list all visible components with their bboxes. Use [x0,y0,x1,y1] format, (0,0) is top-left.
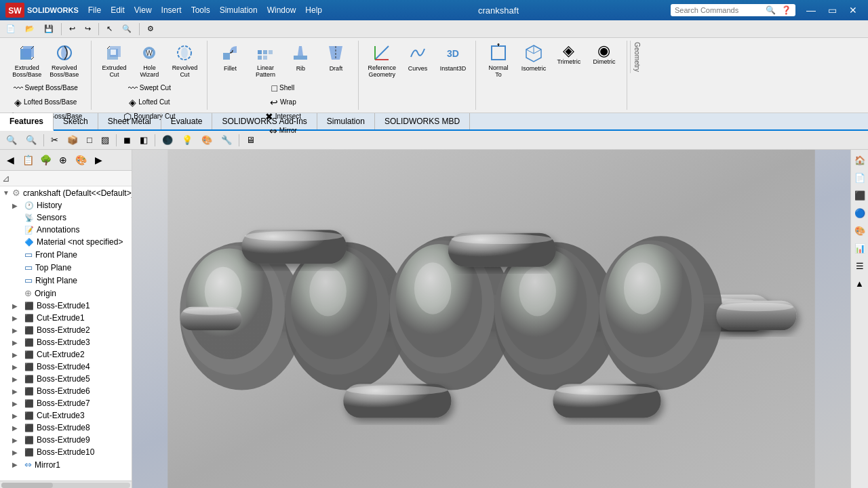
right-btn-chart[interactable]: 📊 [852,241,867,256]
panel-add-button[interactable]: ⊕ [55,152,71,168]
tree-expander-boss-extrude3[interactable]: ▶ [12,339,22,346]
menu-help[interactable]: Help [301,4,326,16]
tree-item-boss-extrude8[interactable]: ▶⬛Boss-Extrude8 [0,422,132,434]
tree-expander-cut-extrude2[interactable]: ▶ [12,351,22,359]
right-btn-home[interactable]: 🏠 [852,152,867,167]
tree-item-front-plane[interactable]: ▭Front Plane [0,248,132,261]
tree-expander-boss-extrude5[interactable]: ▶ [12,375,22,383]
toolbar-select[interactable]: ↖ [103,22,116,37]
rib-button[interactable]: Rib [283,41,317,75]
menu-insert[interactable]: Insert [157,4,186,16]
dimetric-button[interactable]: ◉ Dimetric [587,41,621,68]
vt-display[interactable]: 📦 [64,133,81,148]
tree-item-boss-extrude1[interactable]: ▶⬛Boss-Extrude1 [0,300,132,312]
tree-item-cut-extrude1[interactable]: ▶⬛Cut-Extrude1 [0,312,132,324]
tree-expander-boss-extrude8[interactable]: ▶ [12,424,22,432]
vt-shaded-edges[interactable]: ◧ [136,133,151,148]
tab-sketch[interactable]: Sketch [54,113,98,129]
toolbar-options[interactable]: ⚙ [144,22,157,37]
menu-window[interactable]: Window [263,4,300,16]
tree-expander-boss-extrude10[interactable]: ▶ [12,449,22,456]
vt-display-type[interactable]: 🖥 [243,133,258,148]
shell-button[interactable]: □ Shell [262,81,304,95]
vt-ambient[interactable]: 💡 [178,133,196,148]
tree-expander-mirror1[interactable]: ▶ [12,461,22,468]
help-icon[interactable]: ❓ [781,5,791,15]
tree-item-boss-extrude3[interactable]: ▶⬛Boss-Extrude3 [0,336,132,348]
menu-view[interactable]: View [130,4,156,16]
tree-item-origin[interactable]: ⊕Origin [0,287,132,300]
reference-geometry-button[interactable]: ReferenceGeometry [364,41,399,81]
tree-item-boss-extrude4[interactable]: ▶⬛Boss-Extrude4 [0,361,132,373]
vt-hidden[interactable]: ▨ [98,133,113,148]
fillet-button[interactable]: Fillet [213,41,247,75]
tree-expander-boss-extrude2[interactable]: ▶ [12,327,22,334]
toolbar-open[interactable]: 📂 [22,22,38,37]
draft-button[interactable]: Draft [319,41,353,75]
tree-expander-cut-extrude1[interactable]: ▶ [12,314,22,322]
isometric-button[interactable]: Isometric [517,41,551,75]
tree-item-boss-extrude10[interactable]: ▶⬛Boss-Extrude10 [0,446,132,458]
toolbar-save[interactable]: 💾 [41,22,57,37]
vt-fit-all[interactable]: 🔍 [3,133,20,148]
right-btn-color[interactable]: 🎨 [852,223,867,238]
tree-item-boss-extrude2[interactable]: ▶⬛Boss-Extrude2 [0,324,132,336]
tree-expander-boss-extrude7[interactable]: ▶ [12,400,22,407]
menu-edit[interactable]: Edit [106,4,129,16]
instant3d-button[interactable]: 3D Instant3D [436,41,470,75]
search-input[interactable] [675,6,763,14]
3d-viewport[interactable] [132,150,850,488]
menu-simulation[interactable]: Simulation [216,4,262,16]
minimize-button[interactable]: — [801,3,821,17]
horizontal-scrollbar[interactable] [0,481,132,488]
right-btn-page[interactable]: 📄 [852,170,867,185]
vt-shaded[interactable]: ◼ [120,133,134,148]
close-button[interactable]: ✕ [844,3,863,17]
vt-wireframe[interactable]: □ [83,133,96,148]
tree-item-material[interactable]: 🔷Material <not specified> [0,236,132,248]
trimetric-button[interactable]: ◈ Trimetric [552,41,586,68]
panel-back-button[interactable]: ◀ [2,152,18,168]
tree-expander-crankshaft[interactable]: ▼ [3,189,9,197]
tree-item-history[interactable]: ▶🕐History [0,199,132,211]
tab-addins[interactable]: SOLIDWORKS Add-Ins [212,113,317,129]
tree-item-cut-extrude2[interactable]: ▶⬛Cut-Extrude2 [0,348,132,361]
vt-realview[interactable]: 🎨 [198,133,216,148]
tree-item-cut-extrude3[interactable]: ▶⬛Cut-Extrude3 [0,409,132,422]
restore-button[interactable]: ▭ [823,3,842,17]
menu-tools[interactable]: Tools [187,4,214,16]
revolved-boss-base-button[interactable]: RevolvedBoss/Base [46,41,82,81]
toolbar-redo[interactable]: ↪ [81,22,94,37]
revolved-cut-button[interactable]: RevolvedCut [167,41,201,81]
tree-item-boss-extrude7[interactable]: ▶⬛Boss-Extrude7 [0,397,132,409]
linear-pattern-button[interactable]: LinearPattern [248,41,282,81]
panel-tree-button[interactable]: 🌳 [37,152,54,168]
vt-shadows[interactable]: 🌑 [159,133,176,148]
tree-expander-boss-extrude6[interactable]: ▶ [12,388,22,395]
scrollbar-track[interactable] [1,483,130,488]
vt-cut-section[interactable]: ✂ [47,133,62,148]
vt-curvature[interactable]: 🔧 [218,133,235,148]
tab-mbd[interactable]: SOLIDWORKS MBD [375,113,470,129]
tree-expander-boss-extrude1[interactable]: ▶ [12,302,22,310]
tree-item-boss-extrude6[interactable]: ▶⬛Boss-Extrude6 [0,385,132,397]
vt-zoom[interactable]: 🔍 [22,133,40,148]
wrap-button[interactable]: ↩ Wrap [262,96,304,109]
curves-button[interactable]: Curves [401,41,435,75]
tree-item-crankshaft[interactable]: ▼⚙crankshaft (Default<<Default>_D [0,186,132,199]
tree-item-right-plane[interactable]: ▭Right Plane [0,274,132,287]
tree-item-boss-extrude9[interactable]: ▶⬛Boss-Extrude9 [0,434,132,446]
tab-features[interactable]: Features [0,113,54,131]
tree-item-boss-extrude5[interactable]: ▶⬛Boss-Extrude5 [0,373,132,385]
tab-evaluate[interactable]: Evaluate [161,113,213,129]
swept-boss-base-button[interactable]: 〰 Swept Boss/Base [5,81,85,95]
panel-appearance-button[interactable]: 🎨 [73,152,89,168]
tree-item-annotations[interactable]: 📝Annotations [0,224,132,236]
right-btn-up[interactable]: ▲ [852,276,867,291]
scrollbar-thumb[interactable] [1,483,53,488]
tab-simulation[interactable]: Simulation [317,113,375,129]
menu-file[interactable]: File [84,4,105,16]
tree-expander-history[interactable]: ▶ [12,202,22,209]
tab-sheet-metal[interactable]: Sheet Metal [98,113,161,129]
lofted-cut-button[interactable]: ◈ Lofted Cut [120,96,178,109]
